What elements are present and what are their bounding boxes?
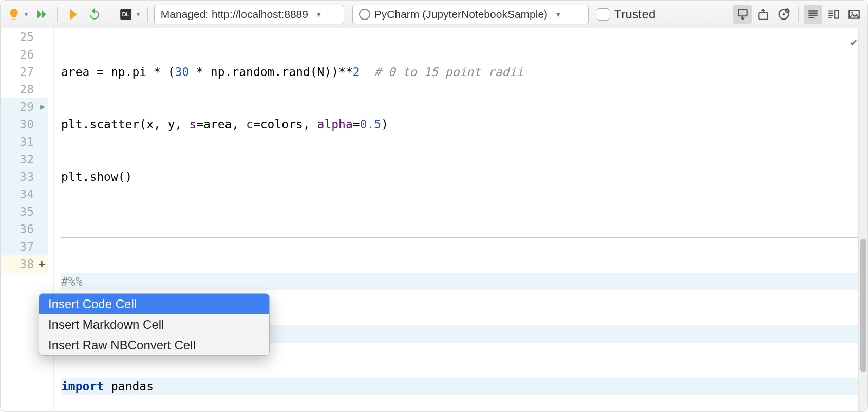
code-line[interactable] [61,220,867,238]
dropdown-caret-icon[interactable]: ▼ [23,11,29,18]
line-number: 37 [1,238,48,255]
dropdown-caret-icon[interactable]: ▼ [135,11,141,18]
notebook-toolbar: ▼ DL ▼ Managed: http://localhost:8889 ▼ … [1,1,867,28]
separator [57,7,58,22]
server-dropdown-label: Managed: http://localhost:8889 [161,8,308,21]
line-number: 30 [1,116,48,133]
kernel-status-icon [359,9,370,20]
separator [147,7,148,22]
right-toolbar [733,5,863,24]
menu-item-insert-raw-nbconvert-cell[interactable]: Insert Raw NBConvert Cell [39,335,269,355]
code-line[interactable]: #%% [61,273,867,290]
preview-icon[interactable] [845,5,863,24]
line-number: 36 [1,220,48,238]
separator [798,7,799,22]
interrupt-kernel-icon[interactable] [64,5,82,24]
svg-rect-7 [835,10,839,18]
svg-point-6 [783,13,785,15]
kernel-dropdown-label: PyCharm (JupyterNotebookSample) [374,8,548,21]
line-number: 28 [1,81,48,98]
line-number: 27 [1,63,48,81]
code-line[interactable]: plt.show() [61,168,867,185]
code-line[interactable]: plt.scatter(x, y, s=area, c=colors, alph… [61,116,867,133]
run-cell-icon[interactable] [754,5,772,24]
split-view-icon[interactable] [824,5,843,24]
line-number: 33 [1,168,48,185]
menu-item-insert-markdown-cell[interactable]: Insert Markdown Cell [39,314,269,335]
server-dropdown[interactable]: Managed: http://localhost:8889 ▼ [154,5,344,24]
svg-rect-2 [738,9,747,16]
line-number: 35 [1,203,48,220]
chevron-down-icon: ▼ [315,10,323,18]
code-view-icon[interactable] [804,5,822,24]
line-number: 31 [1,133,48,151]
trusted-checkbox[interactable] [597,8,609,21]
intention-bulb-icon[interactable] [5,5,23,24]
line-number: 32 [1,151,48,168]
line-number: 34 [1,185,48,203]
svg-text:DL: DL [122,11,130,17]
run-cell-select-below-icon[interactable] [733,5,752,24]
insert-cell-context-menu: Insert Code Cell Insert Markdown Cell In… [39,293,270,356]
datalore-icon[interactable]: DL [117,5,135,24]
svg-point-8 [851,12,853,13]
line-number: 29▶ [1,98,48,116]
kernel-dropdown[interactable]: PyCharm (JupyterNotebookSample) ▼ [352,5,589,24]
trusted-toggle[interactable]: Trusted [597,7,655,22]
insert-cell-gutter-icon[interactable]: + [39,255,45,273]
vertical-scrollbar[interactable] [858,28,867,411]
scrollbar-thumb[interactable] [860,239,866,372]
trusted-label: Trusted [614,7,655,22]
menu-item-insert-code-cell[interactable]: Insert Code Cell [39,294,269,314]
run-cell-gutter-icon[interactable]: ▶ [40,98,45,116]
restart-kernel-icon[interactable] [85,5,104,24]
svg-rect-3 [759,12,767,19]
run-all-icon[interactable] [32,5,51,24]
code-line[interactable]: import pandas [61,378,867,395]
chevron-down-icon: ▼ [555,10,562,18]
line-number: 26 [1,46,48,63]
separator [110,7,110,22]
line-number: 38+ [1,255,48,273]
code-line[interactable]: area = np.pi * (30 * np.random.rand(N))*… [61,63,867,81]
line-number: 25 [1,28,48,46]
variables-icon[interactable] [775,5,793,24]
